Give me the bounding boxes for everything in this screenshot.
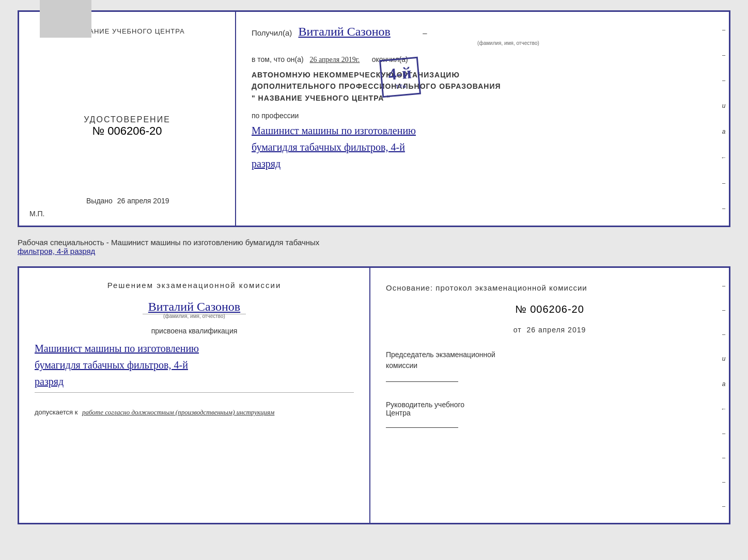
vydano-line: Выдано 26 апреля 2019	[86, 197, 169, 205]
fio-hint-bottom: (фамилия, имя, отчество)	[35, 313, 354, 319]
prisvoyena-label: присвоена квалификация	[35, 327, 354, 335]
protokol-number: № 006206-20	[386, 300, 713, 318]
po-professii: по профессии	[252, 111, 713, 120]
profession-block-bottom: Машинист машины по изготовлению бумагидл…	[35, 340, 354, 390]
dopuskaetsya-prefix: допускается к	[35, 408, 77, 416]
dopuskaetsya-text: работе согласно должностным (производств…	[82, 408, 274, 416]
profession-line1: Машинист машины по изготовлению	[252, 122, 713, 139]
rukovoditel-block: Руководитель учебного Центра	[386, 401, 713, 429]
top-right-panel: Получил(а) Виталий Сазонов – (фамилия, и…	[236, 12, 729, 226]
top-document: НАЗВАНИЕ УЧЕБНОГО ЦЕНТРА УДОСТОВЕРЕНИЕ №…	[18, 10, 730, 227]
profession-line3: разряд	[252, 155, 713, 172]
fio-hint-top: (фамилия, имя, отчество)	[303, 40, 713, 46]
vydano-label: Выдано	[86, 197, 113, 205]
photo-placeholder	[40, 0, 91, 38]
udostoverenie-label: УДОСТОВЕРЕНИЕ	[19, 115, 235, 124]
profession-line2: бумагидля табачных фильтров, 4-й	[252, 139, 713, 155]
predsedatel-line2: комиссии	[386, 360, 713, 371]
poluchil-prefix: Получил(а)	[252, 28, 292, 37]
org-line2: ДОПОЛНИТЕЛЬНОГО ПРОФЕССИОНАЛЬНОГО ОБРАЗО…	[252, 81, 713, 92]
resheniem-title: Решением экзаменационной комиссии	[35, 281, 354, 290]
top-left-panel: НАЗВАНИЕ УЧЕБНОГО ЦЕНТРА УДОСТОВЕРЕНИЕ №…	[19, 12, 236, 226]
bottom-profession-line2: бумагидля табачных фильтров, 4-й	[35, 357, 354, 373]
ot-date: от 26 апреля 2019	[386, 324, 713, 337]
ot-prefix: от	[513, 326, 522, 334]
rukovoditel-line2: Центра	[386, 409, 713, 417]
org-block: АВТОНОМНУЮ НЕКОММЕРЧЕСКУЮ ОРГАНИЗАЦИЮ ДО…	[252, 69, 713, 104]
recipient-name-bottom: Виталий Сазонов	[148, 300, 240, 313]
vtom-prefix: в том, что он(а)	[252, 55, 304, 63]
middle-text-line1: Рабочая специальность - Машинист машины …	[18, 238, 319, 247]
org-line3: " НАЗВАНИЕ УЧЕБНОГО ЦЕНТРА "	[252, 92, 713, 104]
mp-label: М.П.	[29, 210, 45, 218]
right-dashes-top: – – – и а ← – –	[719, 12, 729, 226]
rukovoditel-signature	[386, 427, 458, 428]
middle-text: Рабочая специальность - Машинист машины …	[18, 235, 730, 258]
profession-block-top: Машинист машины по изготовлению бумагидл…	[252, 122, 713, 172]
recipient-name-top: Виталий Сазонов	[299, 25, 391, 38]
bottom-left-panel: Решением экзаменационной комиссии Витали…	[19, 268, 370, 523]
poluchil-line: Получил(а) Виталий Сазонов –	[252, 25, 713, 39]
person-name-block: Виталий Сазонов (фамилия, имя, отчество)	[35, 300, 354, 319]
org-line1: АВТОНОМНУЮ НЕКОММЕРЧЕСКУЮ ОРГАНИЗАЦИЮ	[252, 69, 713, 81]
predsedatel-line1: Председатель экзаменационной	[386, 349, 713, 360]
bottom-right-panel: Основание: протокол экзаменационной коми…	[370, 268, 729, 523]
predsedatel-signature	[386, 381, 458, 382]
right-dashes-bottom: – – – и а ← – – – –	[719, 268, 729, 523]
vtom-line: в том, что он(а) 26 апреля 2019г. окончи…	[252, 55, 713, 64]
stamp-box: 4-й ТТо	[379, 57, 421, 98]
bottom-profession-line1: Машинист машины по изготовлению	[35, 340, 354, 357]
ot-date-value: 26 апреля 2019	[527, 326, 586, 334]
bottom-profession-line3: разряд	[35, 373, 354, 390]
stamp-number: 4-й	[387, 63, 412, 84]
rukovoditel-line1: Руководитель учебного	[386, 401, 713, 409]
dopuskaetsya-block: допускается к работе согласно должностны…	[35, 408, 354, 417]
osnovanie-block: Основание: протокол экзаменационной коми…	[386, 281, 713, 337]
completion-date: 26 апреля 2019г.	[310, 56, 360, 63]
middle-text-line2: фильтров, 4-й разряд	[18, 247, 95, 255]
predsedatel-block: Председатель экзаменационной комиссии	[386, 349, 713, 385]
bottom-document: Решением экзаменационной комиссии Витали…	[18, 266, 730, 524]
udostoverenie-number: № 006206-20	[19, 124, 235, 138]
osnovanie-text: Основание: протокол экзаменационной коми…	[386, 283, 587, 292]
vydano-date: 26 апреля 2019	[117, 197, 169, 205]
